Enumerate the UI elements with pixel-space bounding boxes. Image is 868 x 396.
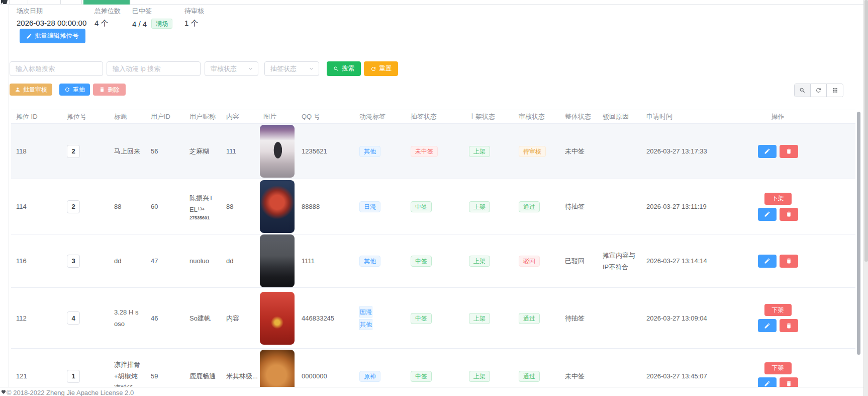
user-id: 46 [146,288,184,349]
anime-tag: 其他 [359,146,380,157]
trash-icon [99,87,105,93]
booth-id: 116 [11,234,62,288]
bulk-action-bar: 批量审核 重抽 删除 [10,84,859,98]
chevron-down-icon [308,65,315,72]
reset-label: 重置 [379,64,392,73]
bulk-delete-button[interactable]: 删除 [93,84,126,96]
lottery-status-select[interactable]: 抽签状态 [264,61,319,76]
tab-divider [81,0,82,5]
anime-ip-search-input[interactable] [107,61,201,76]
booth-title: 3.28 H soso [109,288,146,349]
booth-title: dd [109,234,146,288]
unlist-button[interactable]: 下架 [764,304,792,316]
tab-divider [60,0,61,5]
toolbar-refresh-button[interactable] [811,84,827,97]
lottery-status-tag: 中签 [411,256,432,267]
edit-button[interactable] [758,208,777,221]
col-qq: QQ 号 [297,110,354,124]
delete-button[interactable] [780,319,798,332]
search-button[interactable]: 搜索 [327,61,361,76]
audit-status-select[interactable]: 审核状态 [205,61,258,76]
toolbar-search-toggle-button[interactable] [795,84,811,97]
anime-tag: 其他 [359,319,372,330]
edit-button[interactable] [758,319,777,332]
pencil-icon [764,148,770,154]
redraw-button[interactable]: 重抽 [59,84,90,96]
booth-photo[interactable] [260,234,295,287]
qq-number: 446833245 [297,288,354,349]
col-booth-id: 摊位 ID [11,110,62,124]
heart-icon [1,389,6,394]
listing-status-tag: 上架 [469,371,490,382]
panel-edge-line [9,5,9,396]
col-actions: 操作 [744,110,812,124]
stat-label: 已中签 [132,7,172,16]
batch-audit-label: 批量审核 [23,86,47,94]
col-lottery-status: 抽签状态 [406,110,464,124]
user-nickname: So建帆 [184,288,221,349]
batch-audit-button[interactable]: 批量审核 [10,84,52,96]
batch-edit-booth-number-button[interactable]: 批量编辑摊位号 [20,29,85,43]
booth-photo[interactable] [260,180,295,233]
copyright-text: © 2018-2022 Zheng Jie Apache License 2.0 [7,389,134,396]
table-row[interactable]: 112 4 3.28 H soso 46 So建帆 内容 446833245 国… [11,288,855,349]
trash-icon [786,258,792,264]
nickname-main: 陈振兴TEL¹³⁴ [189,192,216,215]
booth-id: 112 [11,288,62,349]
delete-button[interactable] [780,208,798,221]
toolbar-columns-button[interactable] [827,84,843,97]
table-row[interactable]: 114 2 88 60 陈振兴TEL¹³⁴ 27535601 88 88888 … [11,179,855,234]
booth-photo[interactable] [260,125,295,178]
stat-won: 已中签 4 / 4 满场 [132,7,172,29]
listing-status-tag: 上架 [469,146,490,157]
col-nickname: 用户昵称 [184,110,221,124]
pencil-icon [764,258,770,264]
booth-title: 88 [109,179,146,234]
anime-tag: 国漫 [359,306,372,318]
table-toolbar [794,84,843,97]
table-row[interactable]: 116 3 dd 47 nuoluo dd 1111 其他 中签 上架 驳回 已… [11,234,855,288]
table-row[interactable]: 118 2 马上回来 56 芝麻糊 111 1235621 其他 未中签 上架 … [11,124,855,179]
listing-status-tag: 上架 [469,313,490,324]
tab-divider [9,0,10,5]
col-content: 内容 [221,110,258,124]
edit-button[interactable] [758,145,777,158]
booth-photo[interactable] [260,292,295,345]
apply-time: 2026-03-27 13:09:04 [641,288,744,349]
delete-button[interactable] [780,145,798,158]
active-tab[interactable] [83,0,130,5]
col-reject-reason: 驳回原因 [598,110,641,124]
lottery-status-tag: 中签 [411,201,432,212]
stat-value: 2026-03-28 00:00:00 [17,19,86,27]
audit-status-tag: 通过 [519,371,540,382]
col-title: 标题 [109,110,146,124]
overall-status: 待抽签 [560,179,598,234]
unlist-button[interactable]: 下架 [764,193,792,205]
pencil-icon [26,33,32,39]
chevron-down-icon [247,65,254,72]
unlist-button[interactable]: 下架 [764,362,792,374]
stat-pending-audit: 待审核 1 个 [184,7,204,28]
booth-id: 114 [11,179,62,234]
edit-button[interactable] [758,255,777,268]
user-icon [15,87,21,93]
page-scrollbar-thumb[interactable] [864,0,868,262]
won-ratio: 4 / 4 [132,20,147,28]
trash-icon [786,148,792,154]
reset-button[interactable]: 重置 [364,61,398,76]
audit-status-tag: 通过 [519,201,540,212]
title-search-input[interactable] [10,61,103,76]
user-id: 60 [146,179,184,234]
user-nickname: nuoluo [184,234,221,288]
delete-button[interactable] [780,255,798,268]
listing-status-tag: 上架 [469,256,490,267]
bulk-delete-label: 删除 [108,86,120,94]
pencil-icon [764,323,770,329]
lottery-status-tag: 中签 [411,313,432,324]
page-scrollbar[interactable] [863,0,868,396]
booth-number-box: 2 [67,145,80,158]
reject-reason [598,179,641,234]
col-listing-status: 上架状态 [464,110,514,124]
table-scrollbar-thumb[interactable] [857,112,860,355]
page-footer: © 2018-2022 Zheng Jie Apache License 2.0 [0,387,863,396]
